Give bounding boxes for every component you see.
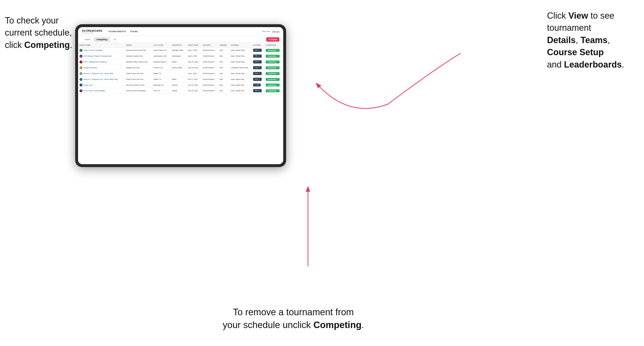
td-actions: View ⓘ	[252, 76, 264, 82]
view-button[interactable]: View ⓘ	[253, 89, 262, 92]
td-competing: Competing ✓	[264, 71, 283, 76]
col-gender: GENDER	[218, 43, 230, 47]
table-row: J Jackson T. Stephens Cup – Stroke Play …	[78, 71, 283, 76]
event-name-text: Papago Individual	[84, 67, 97, 68]
td-gender: Men	[218, 82, 230, 88]
td-competing: Competing ✓	[264, 82, 283, 88]
tab-all[interactable]: All	[111, 37, 118, 42]
competing-button[interactable]: Competing ✓	[266, 84, 280, 86]
td-venue: Ak-Chin Southern Dunes	[124, 82, 152, 88]
td-actions: View ⓘ	[252, 71, 264, 76]
td-scoring: team, Stroke Play	[230, 71, 252, 76]
competing-button[interactable]: Competing ✓	[266, 60, 280, 63]
nav-tournaments[interactable]: TOURNAMENTS	[108, 30, 126, 33]
tab-competing[interactable]: Competing	[94, 37, 110, 42]
td-actions: View ⓘ	[252, 59, 264, 65]
td-city-state: Maricopa, AZ	[152, 82, 171, 88]
td-scoring: individual, Stroke Play	[230, 65, 252, 71]
team-logo: J	[80, 78, 82, 81]
td-competing: Competing ✓	[264, 59, 283, 65]
td-event-name: J Jackson T. Stephens Cup – Stroke Play	[78, 71, 124, 76]
app-header: SCOREBOARD Powered by clippi TOURNAMENTS…	[78, 27, 283, 36]
col-scoring: SCORING	[230, 43, 252, 47]
view-button[interactable]: View ⓘ	[253, 66, 262, 69]
view-button[interactable]: View ⓘ	[253, 49, 262, 52]
event-name-text: Jackson T. Stephens Cup – Men's Match Pl…	[84, 78, 118, 80]
td-scoring: team, Match Play	[230, 82, 252, 88]
td-start-date: Jan 14, 2024	[186, 82, 202, 88]
annotation-top-right: Click View to seetournamentDetails, Team…	[547, 10, 639, 71]
table-row: P Papago Individual Papago Golf Club Pho…	[78, 65, 283, 71]
event-name-text: 2023 Sahalee Players Championship	[84, 55, 111, 57]
td-event-name: P Papago Individual	[78, 65, 124, 71]
td-actions: View ⓘ	[252, 53, 264, 59]
td-event-name: A Copper Cup	[78, 82, 124, 88]
col-actions: ACTIONS	[252, 43, 264, 47]
table-row: I OFCC Fighting Illini Invitational Olym…	[78, 59, 283, 65]
team-logo: I	[80, 60, 82, 63]
td-gender: Men	[218, 47, 230, 53]
td-gender: Men	[218, 53, 230, 59]
td-start-date: Sep 4, 2023	[186, 47, 202, 53]
tab-home[interactable]: Home	[82, 37, 93, 42]
td-gender: Men	[218, 76, 230, 82]
competing-button[interactable]: Competing ✓	[266, 49, 280, 52]
td-start-date: Oct 11, 2023	[186, 76, 202, 82]
header-signout[interactable]: Sign out	[272, 30, 279, 32]
td-venue: American Dunes Golf Club	[124, 47, 152, 53]
table-header-row: EVENT NAME VENUE CITY, STATE HOSTED BY S…	[78, 43, 283, 47]
scoreboard-brand: SCOREBOARD Powered by clippi	[82, 29, 102, 34]
td-scoring: team, Match Play	[230, 76, 252, 82]
td-actions: ✏ Edit	[252, 82, 264, 88]
td-scoring: team, Stroke Play	[230, 53, 252, 59]
view-button[interactable]: View ⓘ	[253, 60, 262, 63]
competing-button[interactable]: Competing ✓	[266, 78, 280, 81]
td-start-date: Sep 9, 2023	[186, 53, 202, 59]
td-scoring: team, Stroke Play	[230, 59, 252, 65]
td-actions: View ⓘ	[252, 65, 264, 71]
td-gender: Men	[218, 71, 230, 76]
td-competing: Competing ✓	[264, 65, 283, 71]
nav-teams[interactable]: TEAMS	[130, 30, 138, 33]
td-venue: Trinity Forest Golf Club	[124, 76, 152, 82]
view-button[interactable]: View ⓘ	[253, 72, 262, 75]
td-actions: View ⓘ	[252, 88, 264, 94]
td-city-state: Dallas, TX	[152, 76, 171, 82]
competing-button[interactable]: Competing ✓	[266, 66, 280, 69]
td-hosted-by: ABAC	[170, 76, 186, 82]
td-event-name: M Folds of Honor Collegiate	[78, 47, 124, 53]
td-city-state: Lihue, HI	[152, 88, 171, 94]
td-competing: Competing ✓	[264, 47, 283, 53]
tablet-frame: SCOREBOARD Powered by clippi TOURNAMENTS…	[75, 24, 286, 167]
team-logo: P	[80, 66, 82, 69]
team-logo: W	[80, 55, 82, 58]
td-hosted-by: Arizona State	[170, 65, 186, 71]
col-venue: VENUE	[124, 43, 152, 47]
edit-button[interactable]: ✏ Edit	[253, 84, 261, 86]
competing-button[interactable]: Competing ✓	[266, 55, 280, 58]
event-name-text: John A. Burns Intercollegiate	[84, 90, 105, 92]
table-row: W 2023 Sahalee Players Championship Saha…	[78, 53, 283, 59]
competing-button[interactable]: Competing ✓	[266, 89, 280, 92]
col-city-state: CITY, STATE	[152, 43, 171, 47]
td-venue: Papago Golf Club	[124, 65, 152, 71]
td-event-name: H John A. Burns Intercollegiate	[78, 88, 124, 94]
view-button[interactable]: View ⓘ	[253, 78, 262, 81]
team-logo: A	[80, 84, 82, 86]
td-city-state: Olympia Fields, IL	[152, 59, 171, 65]
td-competing: Competing ✓	[264, 76, 283, 82]
td-venue: Ocean Course At Hokuala	[124, 88, 152, 94]
td-competing: Competing ✓	[264, 53, 283, 59]
competing-button[interactable]: Competing ✓	[266, 72, 280, 75]
event-name-text: OFCC Fighting Illini Invitational	[84, 61, 107, 63]
create-button[interactable]: + Create	[266, 37, 279, 42]
td-division: NCAA Division I	[202, 71, 218, 76]
td-actions: View ⓘ	[252, 47, 264, 53]
brand-title: SCOREBOARD	[82, 29, 102, 32]
tablet-screen: SCOREBOARD Powered by clippi TOURNAMENTS…	[78, 27, 283, 164]
col-hosted-by: HOSTED BY	[170, 43, 186, 47]
view-button[interactable]: View ⓘ	[253, 54, 262, 58]
td-city-state: Sammamish, WA	[152, 53, 171, 59]
td-city-state: Dallas, TX	[152, 71, 171, 76]
td-gender: Men	[218, 59, 230, 65]
